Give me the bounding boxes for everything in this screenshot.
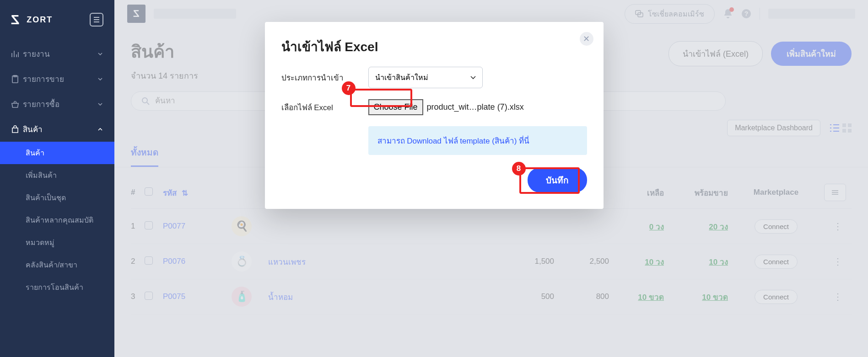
clipboard-icon: [11, 75, 23, 83]
import-excel-modal: ✕ นำเข้าไฟล์ Excel ประเภทการนำเข้า นำเข้…: [265, 22, 604, 209]
import-type-value: นำเข้าสินค้าใหม่: [375, 72, 428, 83]
choose-file-button[interactable]: Choose File: [368, 99, 423, 115]
chevron-down-icon: [98, 53, 103, 55]
sidebar-item-sales[interactable]: รายการขาย: [0, 66, 114, 91]
import-type-label: ประเภทการนำเข้า: [281, 71, 368, 84]
sidebar-sub-variants[interactable]: สินค้าหลากคุณสมบัติ: [0, 209, 114, 231]
sidebar-sub-add-product[interactable]: เพิ่มสินค้า: [0, 164, 114, 186]
sidebar-sub-products[interactable]: สินค้า: [0, 142, 114, 164]
chevron-up-icon: [98, 128, 103, 131]
brand-name: ZORT: [27, 15, 53, 25]
annotation-badge-8: 8: [512, 162, 526, 176]
chevron-down-icon: [470, 76, 476, 80]
sidebar-item-label: รายการขาย: [23, 73, 98, 85]
sidebar-collapse-button[interactable]: [90, 13, 103, 27]
sidebar-sub-warehouses[interactable]: คลังสินค้า/สาขา: [0, 254, 114, 276]
sidebar-item-label: รายการซื้อ: [23, 98, 98, 110]
template-download-link[interactable]: สามารถ Download ไฟล์ template (สินค้า) ท…: [368, 126, 587, 155]
brand-logo-icon: Z: [11, 12, 19, 27]
sidebar-sub-transfers[interactable]: รายการโอนสินค้า: [0, 276, 114, 298]
import-type-select[interactable]: นำเข้าสินค้าใหม่: [368, 67, 483, 88]
brand-area: Z ZORT: [0, 0, 114, 41]
sidebar-sub-bundle[interactable]: สินค้าเป็นชุด: [0, 186, 114, 209]
sidebar-item-products[interactable]: สินค้า: [0, 117, 114, 142]
sidebar-item-reports[interactable]: รายงาน: [0, 41, 114, 66]
sidebar-item-purchases[interactable]: รายการซื้อ: [0, 91, 114, 117]
chevron-down-icon: [98, 103, 103, 106]
sidebar-item-label: รายงาน: [23, 48, 98, 60]
sidebar: Z ZORT รายงาน รายการขาย รายการซื้อ สินค้…: [0, 0, 114, 357]
save-button[interactable]: บันทึก: [528, 168, 587, 192]
bag-icon: [11, 125, 23, 133]
chart-icon: [11, 50, 23, 58]
sidebar-item-label: สินค้า: [23, 123, 98, 135]
annotation-badge-7: 7: [342, 81, 356, 95]
selected-file-name: product_wit…plate (7).xlsx: [427, 102, 524, 112]
basket-icon: [11, 100, 23, 108]
modal-title: นำเข้าไฟล์ Excel: [281, 37, 587, 57]
file-label: เลือกไฟล์ Excel: [281, 101, 368, 113]
sidebar-sub-categories[interactable]: หมวดหมู่: [0, 231, 114, 254]
chevron-down-icon: [98, 78, 103, 80]
close-icon[interactable]: ✕: [580, 32, 593, 46]
